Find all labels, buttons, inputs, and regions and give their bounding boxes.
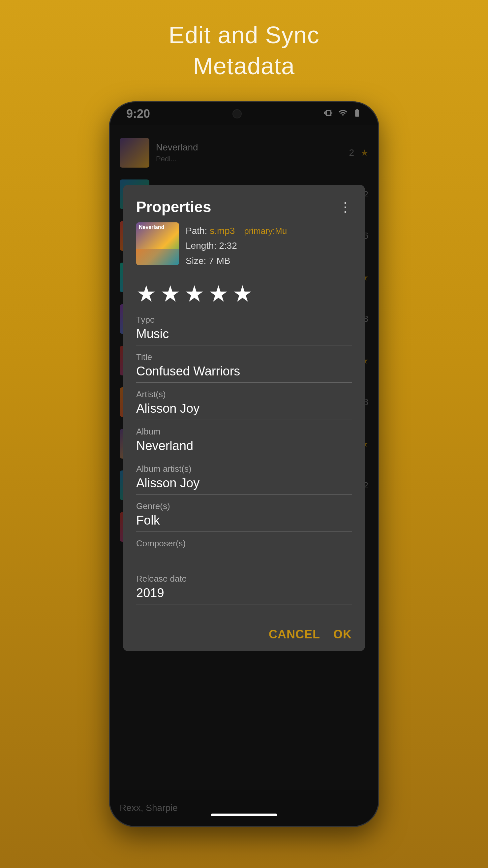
cancel-button[interactable]: CANCEL — [269, 627, 320, 641]
dialog-scroll-area[interactable]: Type Music Title Confused Warriors Artis… — [123, 308, 365, 651]
album-artists-label: Album artist(s) — [136, 464, 352, 474]
artists-label: Artist(s) — [136, 389, 352, 400]
genres-label: Genre(s) — [136, 501, 352, 512]
star-2[interactable]: ★ — [160, 282, 181, 305]
star-5[interactable]: ★ — [232, 282, 253, 305]
more-options-icon[interactable]: ⋮ — [338, 199, 352, 214]
title-label: Title — [136, 352, 352, 362]
genres-field[interactable]: Folk — [136, 513, 352, 532]
album-art-thumbnail: Neverland — [136, 222, 179, 265]
artists-field[interactable]: Alisson Joy — [136, 402, 352, 420]
phone-frame: 9:20 — [109, 101, 379, 827]
volume-down-button[interactable] — [378, 320, 379, 360]
heading-line1: Edit and Sync — [168, 22, 319, 48]
star-4[interactable]: ★ — [208, 282, 228, 305]
release-date-label: Release date — [136, 574, 352, 584]
type-label: Type — [136, 315, 352, 325]
dialog-header: Properties ⋮ — [123, 185, 365, 222]
album-art-label: Neverland — [139, 224, 164, 230]
file-info-section: Neverland Path: s.mp3 primary:Mu Length:… — [123, 222, 365, 276]
heading-line2: Metadata — [193, 53, 295, 79]
composer-label: Composer(s) — [136, 538, 352, 549]
path-value: s.mp3 — [210, 226, 235, 236]
album-field[interactable]: Neverland — [136, 439, 352, 457]
release-date-field[interactable]: 2019 — [136, 586, 352, 604]
length-row: Length: 2:32 — [186, 239, 352, 252]
fields-container: Type Music Title Confused Warriors Artis… — [123, 315, 365, 618]
phone-screen: 9:20 — [110, 102, 378, 826]
file-metadata: Path: s.mp3 primary:Mu Length: 2:32 Size… — [186, 222, 352, 269]
path-location: primary:Mu — [244, 226, 287, 236]
volume-up-button[interactable] — [378, 267, 379, 307]
star-1[interactable]: ★ — [136, 282, 156, 305]
size-label: Size: — [186, 256, 209, 266]
length-value: 2:32 — [219, 241, 237, 251]
rating-stars[interactable]: ★ ★ ★ ★ ★ — [123, 276, 365, 308]
album-label: Album — [136, 427, 352, 437]
title-field[interactable]: Confused Warriors — [136, 364, 352, 383]
ok-button[interactable]: OK — [333, 627, 352, 641]
album-artists-field[interactable]: Alisson Joy — [136, 476, 352, 495]
home-indicator[interactable] — [211, 813, 277, 816]
size-value: 7 MB — [209, 256, 230, 266]
composer-field[interactable] — [136, 551, 352, 567]
length-label: Length: — [186, 241, 219, 251]
page-heading: Edit and Sync Metadata — [168, 20, 319, 82]
properties-dialog: Properties ⋮ Neverland Path: s.mp3 prima… — [123, 185, 365, 651]
dialog-footer: CANCEL OK — [123, 618, 365, 651]
size-row: Size: 7 MB — [186, 254, 352, 267]
star-3[interactable]: ★ — [184, 282, 204, 305]
path-label: Path: — [186, 226, 210, 236]
type-field[interactable]: Music — [136, 327, 352, 345]
path-row: Path: s.mp3 primary:Mu — [186, 224, 352, 237]
dialog-title: Properties — [136, 198, 212, 216]
